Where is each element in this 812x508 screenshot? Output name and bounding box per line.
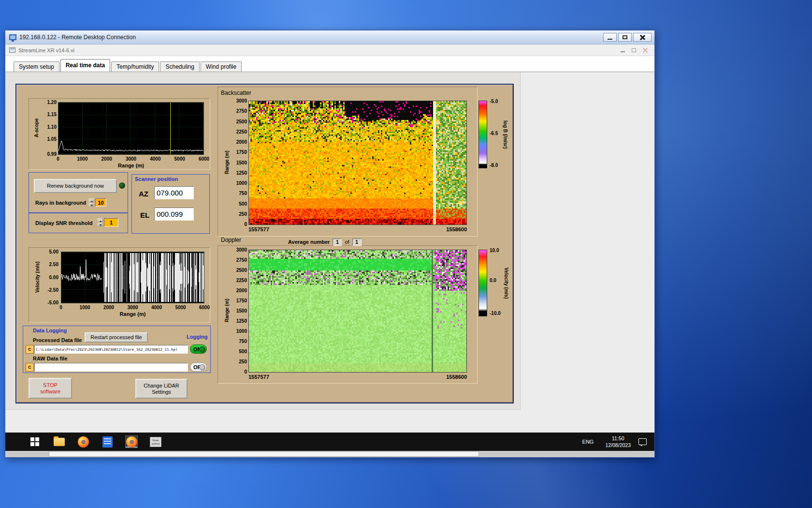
ascope-y-ticks: 1.201.151.101.050.99 bbox=[39, 102, 57, 154]
app-restore-icon[interactable] bbox=[632, 48, 636, 52]
tick-label: 2000 bbox=[102, 156, 112, 162]
colorbar-tick: -10.0 bbox=[490, 311, 501, 316]
tick-label: 0.00 bbox=[49, 274, 58, 280]
tick-label: 2500 bbox=[236, 119, 247, 124]
backscatter-y-ticks: 3000275025002250200017501500125010007505… bbox=[232, 101, 247, 224]
raw-drive-selector[interactable]: C bbox=[26, 363, 34, 372]
file-explorer-button[interactable] bbox=[53, 435, 65, 448]
scan-label-2: sched bbox=[150, 442, 161, 446]
desktop: 192.168.0.122 - Remote Desktop Connectio… bbox=[0, 0, 812, 508]
az-value-field[interactable] bbox=[154, 186, 194, 199]
rdp-minimize-button[interactable] bbox=[603, 33, 617, 42]
app-title: StreamLine XR v14-6.vi bbox=[18, 47, 74, 53]
scan-scheduler-button[interactable]: Scan sched bbox=[149, 435, 162, 448]
tick-label: 0 bbox=[57, 156, 59, 162]
backscatter-x-min: 1557577 bbox=[248, 226, 269, 232]
app-minimize-icon[interactable] bbox=[621, 51, 625, 52]
tick-label: 2250 bbox=[236, 278, 247, 283]
clock[interactable]: 11:50 12/08/2023 bbox=[605, 435, 631, 448]
processed-path-field[interactable] bbox=[34, 345, 188, 354]
tick-label: 2250 bbox=[236, 129, 247, 134]
app-titlebar[interactable]: StreamLine XR v14-6.vi bbox=[5, 45, 654, 56]
tick-label: 2000 bbox=[236, 288, 247, 293]
scrollbar-thumb[interactable] bbox=[49, 451, 479, 457]
processed-data-file-label: Processed Data file bbox=[33, 337, 82, 343]
tick-label: 0.99 bbox=[47, 151, 57, 157]
firefox-active-button[interactable] bbox=[125, 435, 138, 448]
tick-label: 2750 bbox=[236, 257, 247, 263]
restart-processed-file-button[interactable]: Restart processed file bbox=[85, 332, 148, 343]
clock-time: 11:50 bbox=[605, 435, 631, 442]
language-indicator[interactable]: ENG bbox=[579, 436, 598, 448]
processed-drive-selector[interactable]: C bbox=[26, 345, 34, 354]
stop-label-1: STOP bbox=[43, 382, 58, 388]
snr-threshold-label: Display SNR threshold bbox=[35, 220, 93, 226]
raw-data-file-label: RAW Data file bbox=[33, 356, 68, 361]
snr-value-field[interactable]: 1 bbox=[104, 218, 118, 227]
tick-label: 3000 bbox=[126, 156, 136, 162]
rdp-maximize-button[interactable] bbox=[618, 33, 632, 42]
tick-label: 750 bbox=[239, 339, 247, 344]
tab-system-setup[interactable]: System setup bbox=[14, 61, 59, 72]
tick-label: 250 bbox=[239, 211, 247, 216]
background-controls-box: Renew background now Rays in background … bbox=[29, 172, 128, 213]
tick-label: 1750 bbox=[236, 298, 247, 303]
ascope-x-axis-label: Range (m) bbox=[58, 163, 204, 168]
rdp-horizontal-scrollbar[interactable] bbox=[5, 451, 654, 457]
snr-spinner[interactable] bbox=[98, 218, 103, 226]
rays-spinner[interactable] bbox=[89, 198, 94, 207]
document-icon bbox=[102, 436, 113, 448]
raw-path-field[interactable] bbox=[34, 363, 188, 372]
average-number-field[interactable]: 1 bbox=[333, 239, 342, 246]
clock-date: 12/08/2023 bbox=[605, 442, 631, 448]
logging-label: Logging bbox=[187, 334, 207, 340]
doppler-colorbar bbox=[478, 250, 487, 316]
tick-label: 1250 bbox=[236, 170, 247, 175]
tab-scheduling[interactable]: Scheduling bbox=[160, 61, 199, 72]
background-led-indicator bbox=[119, 182, 125, 189]
remote-desktop: StreamLine XR v14-6.vi System setupReal … bbox=[5, 45, 654, 457]
tick-label: 2000 bbox=[236, 139, 247, 145]
tick-label: 500 bbox=[239, 201, 247, 206]
firefox-icon bbox=[126, 436, 137, 448]
firefox-button[interactable] bbox=[77, 435, 89, 448]
doppler-y-ticks: 3000275025002250200017501500125010007505… bbox=[232, 250, 247, 372]
doppler-colorbar-title: Velocity (m/s) bbox=[502, 250, 509, 316]
el-value-field[interactable] bbox=[154, 208, 194, 221]
app-client: A-scope 1.201.151.101.050.99 01000200030… bbox=[5, 72, 654, 433]
stop-label-2: software bbox=[40, 388, 60, 395]
colorbar-tick: -8.0 bbox=[490, 163, 498, 168]
snr-threshold-box: Display SNR threshold 1 bbox=[29, 213, 128, 233]
average-total-field[interactable]: 1 bbox=[352, 239, 362, 246]
backscatter-colorbar bbox=[478, 101, 487, 168]
tick-label: 1.05 bbox=[47, 136, 57, 142]
windows-logo-icon bbox=[30, 437, 39, 446]
ascope-plot-canvas bbox=[58, 103, 203, 154]
renew-background-label: Renew background now bbox=[47, 183, 104, 189]
renew-background-button[interactable]: Renew background now bbox=[34, 179, 117, 193]
scanner-position-box: Scanner position AZ EL bbox=[131, 174, 210, 234]
rdp-titlebar[interactable]: 192.168.0.122 - Remote Desktop Connectio… bbox=[5, 30, 654, 45]
start-button[interactable] bbox=[29, 435, 41, 448]
app-close-icon[interactable] bbox=[643, 48, 648, 53]
tick-label: 6000 bbox=[199, 156, 209, 162]
tab-real-time-data[interactable]: Real time data bbox=[60, 59, 110, 72]
doppler-heatmap-canvas bbox=[249, 250, 466, 372]
notification-center-icon[interactable] bbox=[638, 438, 647, 445]
processed-logging-toggle[interactable]: ON bbox=[190, 344, 207, 354]
rdp-title: 192.168.0.122 - Remote Desktop Connectio… bbox=[19, 34, 136, 41]
tab-wind-profile[interactable]: Wind profile bbox=[201, 61, 242, 72]
tab-temp-humidity[interactable]: Temp/humidity bbox=[111, 61, 159, 72]
doppler-x-ticks: 1557577 1558600 bbox=[248, 374, 467, 380]
rays-value-field[interactable]: 10 bbox=[95, 198, 106, 207]
tick-label: 1000 bbox=[236, 329, 247, 334]
rdp-close-button[interactable] bbox=[633, 33, 652, 42]
average-number-row: Average number 1 of 1 bbox=[288, 238, 362, 246]
change-lidar-settings-button[interactable]: Change LiDAR Settings bbox=[135, 379, 188, 399]
change-settings-label-1: Change LiDAR bbox=[144, 383, 179, 389]
stop-software-button[interactable]: STOP software bbox=[29, 378, 72, 399]
close-icon bbox=[639, 34, 645, 40]
maximize-icon bbox=[623, 35, 627, 39]
document-app-button[interactable] bbox=[101, 435, 114, 448]
raw-logging-toggle[interactable]: OFF bbox=[190, 362, 207, 372]
